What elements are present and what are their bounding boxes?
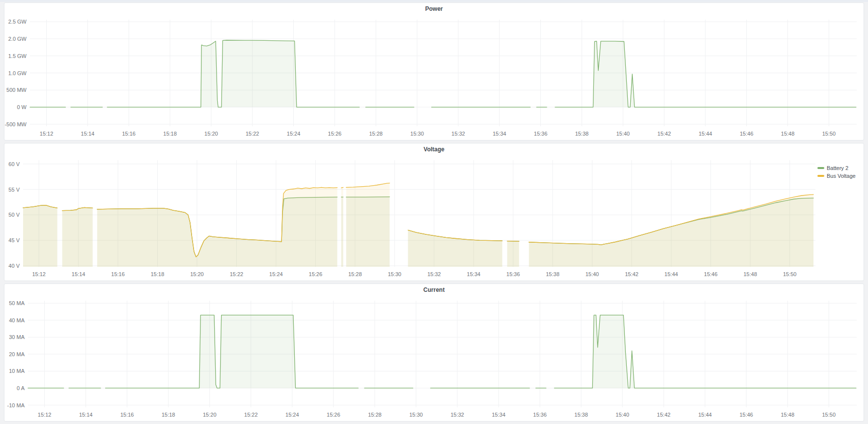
voltage-panel: Voltage 15:1215:1415:1615:1815:2015:2215… [4, 143, 864, 281]
current-panel: Current 15:1215:1415:1615:1815:2015:2215… [4, 283, 864, 422]
svg-text:40 MA: 40 MA [9, 317, 25, 323]
svg-text:15:34: 15:34 [493, 131, 506, 137]
svg-text:2.5 GW: 2.5 GW [8, 19, 27, 25]
svg-text:15:48: 15:48 [781, 412, 794, 418]
svg-text:15:34: 15:34 [492, 412, 505, 418]
svg-text:15:22: 15:22 [230, 271, 244, 277]
svg-text:15:40: 15:40 [586, 271, 599, 277]
svg-text:40 V: 40 V [8, 263, 20, 269]
svg-text:15:16: 15:16 [111, 271, 125, 277]
svg-text:15:50: 15:50 [783, 271, 797, 277]
svg-text:15:28: 15:28 [348, 271, 362, 277]
svg-text:15:14: 15:14 [72, 271, 85, 277]
svg-text:500 MW: 500 MW [6, 87, 27, 93]
svg-text:15:42: 15:42 [625, 271, 639, 277]
voltage-chart[interactable]: 15:1215:1415:1615:1815:2015:2215:2415:26… [4, 155, 817, 281]
svg-text:15:44: 15:44 [699, 131, 712, 137]
power-panel: Power 15:1215:1415:1615:1815:2015:2215:2… [4, 2, 864, 141]
svg-text:15:46: 15:46 [739, 412, 753, 418]
svg-text:15:22: 15:22 [244, 412, 258, 418]
svg-text:1.0 GW: 1.0 GW [8, 70, 27, 76]
svg-text:15:26: 15:26 [327, 412, 340, 418]
svg-text:15:12: 15:12 [38, 412, 52, 418]
svg-text:-10 MA: -10 MA [7, 402, 25, 408]
svg-text:15:16: 15:16 [120, 412, 134, 418]
svg-text:15:40: 15:40 [616, 412, 629, 418]
voltage-panel-title[interactable]: Voltage [4, 143, 864, 155]
svg-text:45 V: 45 V [8, 237, 20, 243]
svg-text:15:42: 15:42 [657, 131, 671, 137]
bus-voltage-series-swatch [817, 175, 824, 177]
svg-text:15:46: 15:46 [704, 271, 718, 277]
svg-text:15:30: 15:30 [409, 412, 423, 418]
svg-text:10 MA: 10 MA [9, 368, 25, 374]
svg-text:55 V: 55 V [8, 187, 20, 193]
svg-text:30 MA: 30 MA [9, 334, 25, 340]
svg-text:15:38: 15:38 [574, 412, 588, 418]
svg-text:15:24: 15:24 [287, 131, 301, 137]
svg-text:15:42: 15:42 [657, 412, 671, 418]
svg-text:15:18: 15:18 [151, 271, 165, 277]
svg-text:15:18: 15:18 [163, 131, 177, 137]
svg-text:15:22: 15:22 [246, 131, 259, 137]
svg-text:15:20: 15:20 [204, 131, 218, 137]
svg-text:0 A: 0 A [17, 385, 25, 391]
svg-text:15:32: 15:32 [450, 412, 464, 418]
svg-text:15:24: 15:24 [285, 412, 299, 418]
svg-text:15:30: 15:30 [410, 131, 424, 137]
svg-text:15:26: 15:26 [309, 271, 323, 277]
legend-label-bus-voltage: Bus Voltage [827, 173, 856, 179]
svg-text:15:16: 15:16 [122, 131, 136, 137]
current-panel-title[interactable]: Current [4, 284, 864, 296]
svg-text:0 W: 0 W [17, 104, 27, 110]
legend-item-bus-voltage[interactable]: Bus Voltage [817, 173, 864, 179]
svg-text:-500 MW: -500 MW [4, 121, 27, 127]
battery-2-series-swatch [817, 167, 824, 169]
svg-text:15:12: 15:12 [32, 271, 46, 277]
svg-text:15:38: 15:38 [546, 271, 560, 277]
svg-text:15:20: 15:20 [190, 271, 204, 277]
svg-text:15:14: 15:14 [81, 131, 95, 137]
svg-text:15:50: 15:50 [822, 412, 836, 418]
svg-text:50 MA: 50 MA [9, 300, 25, 306]
voltage-legend: Battery 2 Bus Voltage [817, 155, 864, 281]
svg-text:15:40: 15:40 [616, 131, 630, 137]
page-top-strip [0, 0, 868, 2]
svg-text:2.0 GW: 2.0 GW [8, 36, 27, 42]
svg-text:15:20: 15:20 [203, 412, 217, 418]
svg-text:20 MA: 20 MA [9, 351, 25, 357]
svg-text:15:44: 15:44 [698, 412, 712, 418]
svg-text:15:18: 15:18 [162, 412, 175, 418]
svg-text:50 V: 50 V [8, 212, 20, 218]
svg-text:15:36: 15:36 [534, 131, 548, 137]
svg-text:15:48: 15:48 [743, 271, 757, 277]
svg-text:15:32: 15:32 [427, 271, 441, 277]
svg-text:15:46: 15:46 [740, 131, 754, 137]
svg-text:15:44: 15:44 [665, 271, 678, 277]
legend-label-battery-2: Battery 2 [827, 165, 848, 171]
svg-text:15:26: 15:26 [328, 131, 342, 137]
svg-text:15:38: 15:38 [575, 131, 589, 137]
svg-text:60 V: 60 V [8, 161, 20, 167]
svg-text:15:14: 15:14 [79, 412, 93, 418]
svg-text:15:50: 15:50 [822, 131, 836, 137]
svg-text:15:32: 15:32 [451, 131, 465, 137]
svg-text:15:12: 15:12 [40, 131, 54, 137]
legend-item-battery-2[interactable]: Battery 2 [817, 165, 864, 171]
svg-text:15:36: 15:36 [506, 271, 520, 277]
svg-text:15:36: 15:36 [533, 412, 547, 418]
svg-text:15:48: 15:48 [781, 131, 795, 137]
svg-text:15:34: 15:34 [467, 271, 480, 277]
svg-text:15:28: 15:28 [369, 131, 383, 137]
svg-text:15:30: 15:30 [388, 271, 401, 277]
svg-text:1.5 GW: 1.5 GW [8, 53, 27, 59]
power-chart[interactable]: 15:1215:1415:1615:1815:2015:2215:2415:26… [4, 15, 864, 140]
current-chart[interactable]: 15:1215:1415:1615:1815:2015:2215:2415:26… [4, 296, 864, 421]
svg-text:15:24: 15:24 [269, 271, 283, 277]
svg-text:15:28: 15:28 [368, 412, 382, 418]
power-panel-title[interactable]: Power [4, 3, 864, 15]
